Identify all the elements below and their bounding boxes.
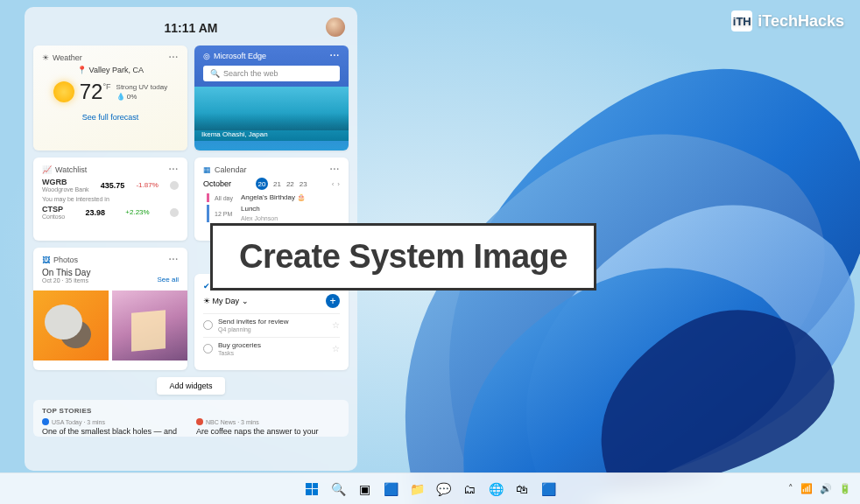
brand-name: iTechHacks	[758, 12, 844, 31]
photos-icon: 🖼	[42, 256, 50, 264]
weather-icon: ☀	[42, 53, 49, 62]
overlay-banner: Create System Image	[210, 223, 596, 290]
store-button[interactable]: 🛍	[511, 478, 533, 500]
battery-icon[interactable]: 🔋	[839, 483, 851, 494]
calendar-days: 20 21 22 23	[256, 178, 307, 190]
story-item[interactable]: NBC News · 3 mins Are coffee naps the an…	[196, 418, 340, 437]
weather-temp: 72	[80, 80, 103, 103]
weather-forecast-link[interactable]: See full forecast	[42, 113, 179, 122]
stock-row[interactable]: WGRBWoodgrove Bank 435.75 -1.87%	[42, 178, 179, 192]
source-icon	[196, 418, 203, 425]
user-avatar[interactable]	[326, 18, 345, 37]
app-button[interactable]: 🟦	[537, 478, 560, 500]
search-icon: 🔍	[210, 69, 220, 78]
panel-time: 11:11 AM	[165, 21, 218, 35]
star-icon[interactable]: ☆	[332, 320, 340, 330]
add-widgets-button[interactable]: Add widgets	[157, 377, 224, 395]
calendar-day[interactable]: 23	[300, 180, 307, 188]
search-button[interactable]: 🔍	[327, 478, 349, 500]
story-item[interactable]: USA Today · 3 mins One of the smallest b…	[42, 418, 186, 437]
watchlist-interest: You may be interested in	[42, 196, 179, 202]
edge-icon: ◎	[203, 52, 210, 60]
weather-location: 📍 Valley Park, CA	[42, 66, 179, 74]
cal-prev[interactable]: ‹	[332, 180, 335, 188]
calendar-event[interactable]: All day Angela's Birthday 🎂	[207, 193, 340, 202]
edge-search-input[interactable]: 🔍Search the web	[203, 66, 340, 81]
chart-icon: 📈	[42, 165, 52, 174]
wifi-icon[interactable]: 📶	[800, 483, 813, 494]
edge-widget[interactable]: ◎Microsoft Edge ··· 🔍Search the web Ikem…	[194, 46, 349, 150]
edge-more-button[interactable]: ···	[330, 51, 340, 60]
brand-icon: iTH	[731, 10, 752, 32]
stock-status-icon	[170, 208, 179, 217]
brand-watermark: iTH iTechHacks	[731, 10, 844, 32]
stock-status-icon	[170, 181, 179, 190]
taskview-button[interactable]: ▣	[353, 478, 376, 500]
todo-add-button[interactable]: +	[326, 294, 340, 308]
volume-icon[interactable]: 🔊	[820, 483, 832, 494]
star-icon[interactable]: ☆	[332, 344, 340, 354]
todo-icon: ✔	[203, 282, 210, 290]
calendar-day[interactable]: 21	[273, 180, 281, 188]
todo-myday[interactable]: ☀ My Day ⌄	[203, 297, 249, 305]
photo-thumb[interactable]	[112, 290, 187, 360]
calendar-icon: ▦	[203, 165, 211, 174]
photos-widget[interactable]: 🖼Photos ··· On This Day Oct 20 · 35 item…	[33, 248, 187, 370]
todo-checkbox[interactable]	[203, 344, 213, 354]
photo-thumb[interactable]	[33, 290, 109, 360]
taskbar-center: 🔍 ▣ 🟦 📁 💬 🗂 🌐 🛍 🟦	[300, 478, 560, 500]
edge-caption: Ikema Ohashi, Japan	[201, 130, 268, 138]
widgets-button[interactable]: 🟦	[379, 478, 402, 500]
calendar-event[interactable]: 12 PM LunchAlex Johnson	[207, 205, 340, 221]
edge-feature-image: Ikema Ohashi, Japan	[194, 87, 349, 141]
weather-more-button[interactable]: ···	[169, 52, 179, 62]
calendar-more-button[interactable]: ···	[330, 164, 340, 174]
source-icon	[42, 418, 49, 425]
stock-row[interactable]: CTSPContoso 23.98 +2.23%	[42, 205, 179, 220]
chevron-up-icon[interactable]: ˄	[788, 483, 793, 494]
cal-next[interactable]: ›	[337, 180, 340, 188]
edge-button[interactable]: 🌐	[484, 478, 507, 500]
stories-title: TOP STORIES	[42, 407, 340, 415]
photos-title: Photos	[53, 256, 78, 264]
sun-icon	[53, 81, 74, 102]
calendar-title: Calendar	[215, 165, 247, 174]
watchlist-title: Watchlist	[55, 165, 87, 174]
files-button[interactable]: 🗂	[458, 478, 481, 500]
weather-widget[interactable]: ☀Weather ··· 📍 Valley Park, CA 72°F Stro…	[33, 46, 187, 150]
calendar-day[interactable]: 22	[286, 180, 294, 188]
photos-seeall-link[interactable]: See all	[158, 276, 179, 284]
todo-item[interactable]: Buy groceriesTasks ☆	[203, 337, 340, 360]
calendar-day-active[interactable]: 20	[256, 178, 268, 190]
top-stories: TOP STORIES USA Today · 3 mins One of th…	[33, 400, 349, 437]
chat-button[interactable]: 💬	[432, 478, 455, 500]
widgets-header: 11:11 AM	[33, 16, 349, 40]
explorer-button[interactable]: 📁	[405, 478, 428, 500]
photos-more-button[interactable]: ···	[169, 255, 179, 264]
todo-item[interactable]: Send invites for reviewQ4 planning ☆	[203, 313, 340, 337]
weather-title: Weather	[53, 53, 82, 62]
system-tray[interactable]: ˄ 📶 🔊 🔋	[788, 483, 851, 494]
weather-cond: Strong UV today 💧 0%	[116, 82, 168, 102]
start-button[interactable]	[300, 478, 323, 500]
edge-title: Microsoft Edge	[214, 52, 266, 60]
taskbar: 🔍 ▣ 🟦 📁 💬 🗂 🌐 🛍 🟦 ˄ 📶 🔊 🔋	[0, 472, 860, 504]
todo-checkbox[interactable]	[203, 320, 213, 330]
calendar-month: October	[203, 179, 231, 188]
watchlist-more-button[interactable]: ···	[169, 164, 179, 174]
watchlist-widget[interactable]: 📈Watchlist ··· WGRBWoodgrove Bank 435.75…	[33, 158, 187, 241]
overlay-banner-text: Create System Image	[239, 238, 567, 276]
